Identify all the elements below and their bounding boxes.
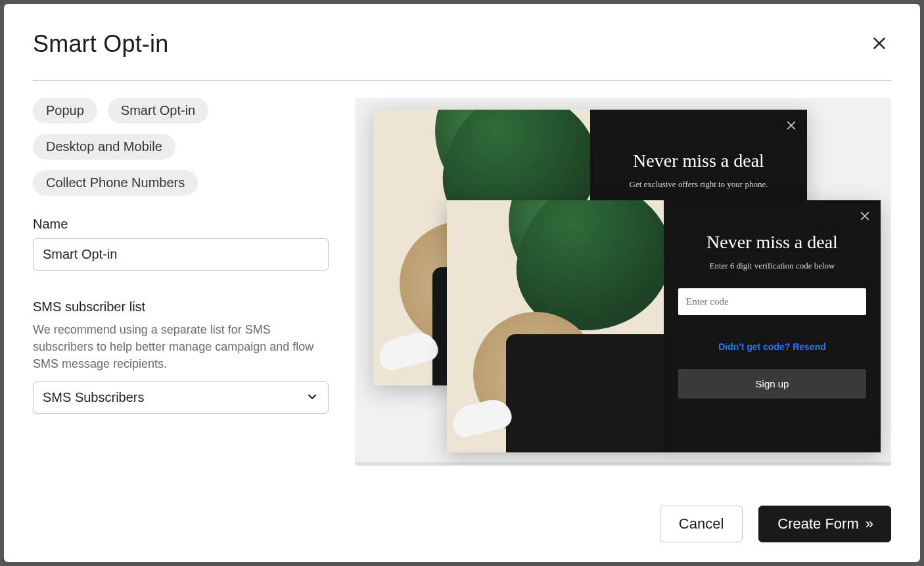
preview-back-subtext: Get exclusive offers right to your phone… bbox=[630, 179, 768, 190]
close-icon bbox=[785, 119, 798, 132]
modal-title: Smart Opt-in bbox=[33, 30, 168, 58]
double-chevron-right-icon: » bbox=[866, 515, 872, 533]
modal-footer: Cancel Create Form » bbox=[33, 483, 891, 542]
tag-collect-phone: Collect Phone Numbers bbox=[33, 170, 198, 196]
modal-body: Popup Smart Opt-in Desktop and Mobile Co… bbox=[33, 81, 891, 483]
form-column: Popup Smart Opt-in Desktop and Mobile Co… bbox=[33, 98, 329, 483]
modal-header: Smart Opt-in bbox=[33, 30, 891, 81]
sms-list-label: SMS subscriber list bbox=[33, 299, 329, 315]
name-label: Name bbox=[33, 217, 329, 232]
tag-list: Popup Smart Opt-in Desktop and Mobile Co… bbox=[33, 98, 329, 196]
preview-card-front: Never miss a deal Enter 6 digit verifica… bbox=[447, 200, 881, 452]
tag-smart-optin: Smart Opt-in bbox=[108, 98, 208, 123]
preview-resend-link[interactable]: Didn't get code? Resend bbox=[718, 341, 826, 352]
sms-list-field-group: SMS subscriber list We recommend using a… bbox=[33, 299, 329, 414]
preview-front-image bbox=[447, 200, 664, 452]
preview-front-subtext: Enter 6 digit verification code below bbox=[710, 261, 835, 271]
sms-list-description: We recommend using a separate list for S… bbox=[33, 321, 329, 372]
close-icon bbox=[870, 34, 889, 53]
preview-front-close-button[interactable] bbox=[858, 209, 871, 225]
sms-list-select-display[interactable]: SMS Subscribers bbox=[33, 381, 329, 414]
form-preview: Never miss a deal Get exclusive offers r… bbox=[355, 98, 891, 466]
preview-back-close-button[interactable] bbox=[785, 119, 798, 134]
tag-desktop-mobile: Desktop and Mobile bbox=[33, 134, 175, 160]
smart-optin-modal: Smart Opt-in Popup Smart Opt-in Desktop … bbox=[4, 4, 920, 562]
tag-popup: Popup bbox=[33, 98, 97, 123]
preview-front-content: Never miss a deal Enter 6 digit verifica… bbox=[664, 200, 881, 452]
create-form-label: Create Form bbox=[777, 515, 858, 533]
preview-front-headline: Never miss a deal bbox=[706, 232, 838, 253]
create-form-button[interactable]: Create Form » bbox=[758, 506, 891, 542]
cancel-button[interactable]: Cancel bbox=[660, 506, 743, 542]
name-input[interactable] bbox=[33, 238, 329, 271]
close-icon bbox=[858, 209, 871, 223]
preview-code-input[interactable] bbox=[678, 288, 866, 315]
sms-list-select[interactable]: SMS Subscribers bbox=[33, 381, 329, 414]
preview-signup-button[interactable]: Sign up bbox=[678, 369, 866, 399]
preview-back-headline: Never miss a deal bbox=[633, 150, 764, 171]
name-field-group: Name bbox=[33, 217, 329, 271]
close-button[interactable] bbox=[867, 32, 891, 57]
